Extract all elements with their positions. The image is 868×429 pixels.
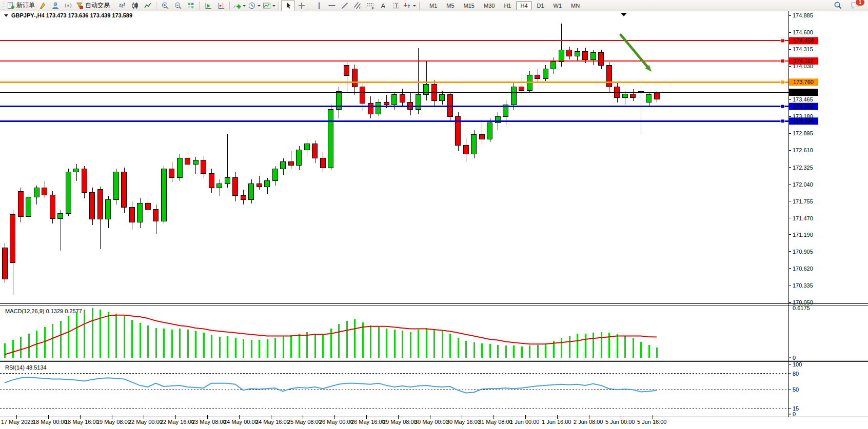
svg-text:174.885: 174.885 (793, 12, 813, 18)
trendline-tool-button[interactable] (338, 1, 351, 11)
timeframe-button-m30[interactable]: M30 (480, 1, 499, 10)
svg-text:174.315: 174.315 (793, 46, 813, 52)
line-chart-mode-button[interactable] (141, 1, 154, 11)
chart-shift-button[interactable] (214, 1, 227, 11)
chart-shift-marker[interactable] (621, 13, 627, 16)
toolbar-separator (279, 2, 279, 10)
toolbar-separator (199, 2, 200, 10)
clock-icon (248, 2, 256, 10)
cursor-arrow-icon (284, 2, 292, 10)
svg-text:172.610: 172.610 (793, 147, 813, 153)
new-order-label: 新订单 (16, 1, 35, 10)
trendline-icon (341, 2, 349, 10)
crosshair-icon (298, 2, 306, 10)
candlesticks (2, 24, 659, 295)
toolbar-grip (3, 2, 5, 10)
autotrade-funnel-icon (75, 2, 84, 10)
templates-button[interactable] (262, 1, 277, 11)
timeframe-button-d1[interactable]: D1 (533, 1, 548, 10)
timeframe-button-m15[interactable]: M15 (460, 1, 479, 10)
svg-text:17 May 2023: 17 May 2023 (1, 419, 34, 425)
bar-chart-mode-button[interactable] (115, 1, 128, 11)
toolbar-separator (229, 2, 230, 10)
timeframe-button-mn[interactable]: MN (567, 1, 584, 10)
crosshair-tool-button[interactable] (295, 1, 308, 11)
timeframe-button-m1[interactable]: M1 (425, 1, 441, 10)
arrows-tool-button[interactable] (402, 1, 417, 11)
svg-text:24 May 00:00: 24 May 00:00 (224, 419, 258, 425)
equidistant-channel-tool-button[interactable]: E (351, 1, 364, 11)
svg-text:1 Jun 00:00: 1 Jun 00:00 (510, 419, 540, 425)
new-order-button[interactable]: 新订单 (6, 1, 36, 11)
fibonacci-tool-button[interactable]: F (364, 1, 377, 11)
ohlc-bars-icon (118, 2, 126, 10)
signal-button[interactable] (62, 1, 74, 11)
svg-text:23 May 08:00: 23 May 08:00 (192, 419, 226, 425)
zoom-in-button[interactable] (159, 1, 171, 11)
zoom-out-icon (174, 2, 182, 10)
gbpjpy-h4-chart[interactable]: 174.885174.600174.315174.030173.745173.4… (0, 11, 868, 429)
svg-text:100: 100 (793, 361, 802, 367)
periods-button[interactable] (247, 1, 262, 11)
svg-text:171.190: 171.190 (793, 232, 813, 238)
notifications-button[interactable]: 1 (849, 1, 861, 11)
horizontal-line-icon (328, 2, 336, 10)
svg-text:171.470: 171.470 (793, 215, 813, 221)
timeframe-button-m5[interactable]: M5 (442, 1, 458, 10)
autotrading-button[interactable]: 自动交易 (74, 1, 111, 11)
svg-text:26 May 16:00: 26 May 16:00 (351, 419, 385, 425)
indicators-button[interactable] (232, 1, 247, 11)
notification-badge: 1 (855, 0, 865, 6)
svg-text:80: 80 (793, 371, 799, 377)
timeframe-button-h4[interactable]: H4 (516, 1, 531, 10)
chart-window[interactable]: 174.885174.600174.315174.030173.745173.4… (0, 11, 868, 429)
svg-text:5 Jun 16:00: 5 Jun 16:00 (637, 419, 667, 425)
signal-icon (64, 2, 72, 10)
horizontal-level-lines[interactable] (0, 39, 788, 123)
svg-text:2 Jun 08:00: 2 Jun 08:00 (574, 419, 603, 425)
svg-text:174.600: 174.600 (793, 29, 813, 35)
svg-text:174.117: 174.117 (794, 58, 814, 64)
tile-windows-button[interactable] (184, 1, 197, 11)
autotrading-label: 自动交易 (85, 1, 110, 10)
candlestick-mode-button[interactable] (128, 1, 141, 11)
candlestick-icon (131, 2, 139, 10)
svg-text:170.905: 170.905 (793, 249, 813, 255)
horizontal-line-tool-button[interactable] (325, 1, 338, 11)
timeframe-switcher: M1M5M15M30H1H4D1W1MN (425, 1, 584, 10)
profile-button[interactable] (49, 1, 62, 11)
svg-text:18 May 16:00: 18 May 16:00 (65, 419, 99, 425)
svg-text:E: E (359, 6, 362, 10)
svg-text:30 May 00:00: 30 May 00:00 (415, 419, 449, 425)
svg-text:172.895: 172.895 (793, 130, 813, 136)
svg-text:5 Jun 00:00: 5 Jun 00:00 (605, 419, 635, 425)
search-button[interactable] (832, 1, 844, 11)
channel-icon: E (353, 2, 362, 10)
svg-text:MACD(12,26,9) 0.1329 0.2577: MACD(12,26,9) 0.1329 0.2577 (5, 308, 82, 314)
time-axis: 17 May 202318 May 00:0018 May 16:0019 Ma… (1, 415, 667, 425)
svg-text:26 May 00:00: 26 May 00:00 (319, 419, 353, 425)
zoom-out-button[interactable] (171, 1, 184, 11)
svg-text:0.6175: 0.6175 (793, 305, 810, 311)
svg-text:1 Jun 16:00: 1 Jun 16:00 (542, 419, 571, 425)
cursor-tool-button[interactable] (281, 0, 295, 11)
line-chart-icon (144, 2, 152, 10)
auto-scroll-button[interactable] (202, 1, 214, 11)
text-tool-button[interactable]: A (377, 1, 389, 11)
zoom-in-icon (161, 2, 169, 10)
svg-text:170.620: 170.620 (793, 265, 813, 272)
styler-button[interactable] (36, 1, 49, 11)
timeframe-button-h1[interactable]: H1 (500, 1, 515, 10)
svg-text:172.040: 172.040 (793, 181, 813, 188)
svg-text:29 May 08:00: 29 May 08:00 (383, 419, 417, 425)
vertical-line-tool-button[interactable] (312, 1, 325, 11)
svg-text:31 May 08:00: 31 May 08:00 (478, 419, 512, 425)
svg-text:24 May 16:00: 24 May 16:00 (255, 419, 290, 425)
text-label-tool-button[interactable]: T (389, 1, 402, 11)
svg-text:171.755: 171.755 (793, 198, 813, 205)
svg-text:22 May 16:00: 22 May 16:00 (160, 419, 194, 425)
svg-text:173.104: 173.104 (793, 118, 814, 124)
timeframe-button-w1[interactable]: W1 (549, 1, 566, 10)
svg-text:F: F (371, 6, 373, 10)
svg-text:18 May 00:00: 18 May 00:00 (33, 419, 67, 425)
